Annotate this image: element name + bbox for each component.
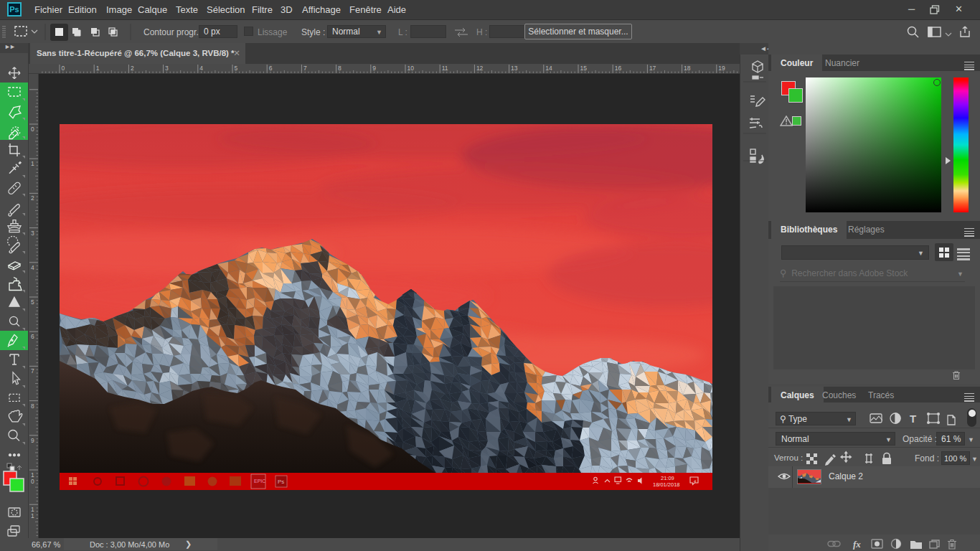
- svg-text:19: 19: [718, 65, 725, 72]
- svg-text:EPIC: EPIC: [254, 479, 265, 484]
- svg-text:11: 11: [442, 65, 448, 72]
- svg-text:fx: fx: [853, 539, 861, 550]
- svg-text:1: 1: [31, 160, 34, 167]
- svg-text:1: 1: [31, 512, 34, 519]
- svg-text:1: 1: [96, 65, 100, 72]
- svg-text:7: 7: [303, 65, 307, 72]
- svg-text:10: 10: [407, 65, 415, 72]
- svg-text:0: 0: [31, 478, 34, 485]
- svg-text:15: 15: [580, 65, 588, 72]
- svg-text:8: 8: [31, 402, 34, 410]
- svg-text:7: 7: [31, 367, 34, 375]
- svg-text:18: 18: [684, 65, 691, 72]
- svg-text:2: 2: [31, 194, 34, 202]
- svg-text:3: 3: [31, 230, 34, 237]
- svg-text:12: 12: [476, 65, 484, 72]
- svg-text:Ps: Ps: [278, 479, 284, 485]
- svg-text:5: 5: [235, 65, 238, 72]
- svg-text:0: 0: [62, 65, 65, 72]
- svg-text:21:09: 21:09: [661, 475, 674, 481]
- svg-text:6: 6: [31, 333, 34, 340]
- svg-text:0: 0: [31, 126, 34, 133]
- svg-text:8: 8: [338, 65, 341, 72]
- svg-text:2: 2: [131, 65, 134, 72]
- svg-text:17: 17: [649, 65, 656, 72]
- svg-text:9: 9: [31, 437, 34, 444]
- svg-text:6: 6: [269, 65, 273, 72]
- svg-text:T: T: [910, 413, 916, 425]
- svg-text:3: 3: [165, 65, 169, 72]
- svg-text:18/01/2018: 18/01/2018: [653, 481, 680, 488]
- svg-text:14: 14: [545, 65, 552, 72]
- svg-text:16: 16: [615, 65, 622, 72]
- svg-text:9: 9: [372, 65, 376, 72]
- svg-text:5: 5: [31, 298, 34, 306]
- svg-text:4: 4: [31, 264, 34, 271]
- svg-text:13: 13: [511, 65, 518, 72]
- svg-text:4: 4: [199, 65, 203, 72]
